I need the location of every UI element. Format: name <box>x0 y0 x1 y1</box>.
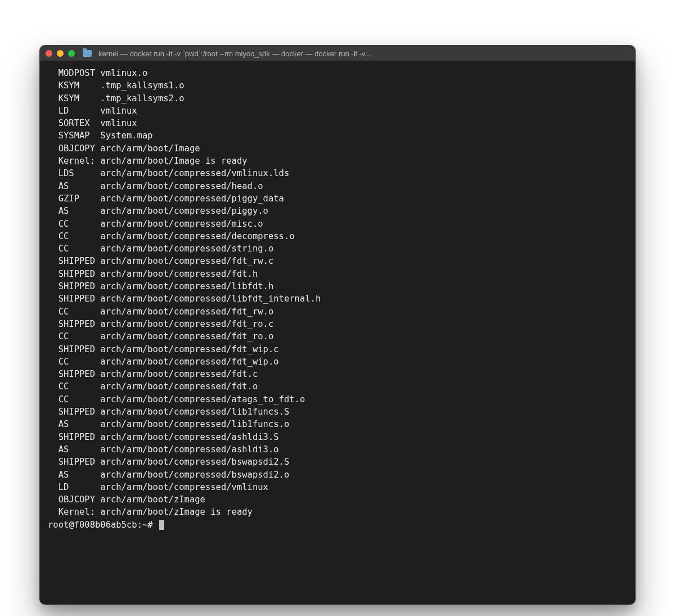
indent <box>48 456 58 468</box>
build-step-path: arch/arm/boot/Image is ready <box>100 156 247 166</box>
output-line: SHIPPEDarch/arm/boot/compressed/fdt_wip.… <box>48 343 627 356</box>
maximize-icon[interactable] <box>68 50 75 57</box>
indent <box>48 493 58 506</box>
build-step-path: arch/arm/boot/compressed/atags_to_fdt.o <box>100 394 305 404</box>
build-step-tag: SHIPPED <box>58 280 101 293</box>
indent <box>48 117 58 129</box>
output-line: MODPOSTvmlinux.o <box>48 67 627 79</box>
output-line: SHIPPEDarch/arm/boot/compressed/libfdt.h <box>48 280 627 293</box>
output-line: CCarch/arm/boot/compressed/atags_to_fdt.… <box>48 393 627 406</box>
build-step-tag: LDS <box>58 167 101 179</box>
indent <box>48 380 58 393</box>
indent <box>48 218 58 230</box>
build-step-path: arch/arm/boot/compressed/piggy_data <box>100 194 284 204</box>
build-step-path: arch/arm/boot/compressed/vmlinux.lds <box>100 168 289 178</box>
output-line: SHIPPEDarch/arm/boot/compressed/fdt.h <box>48 268 627 280</box>
output-line: CCarch/arm/boot/compressed/fdt.o <box>48 380 627 393</box>
indent <box>48 481 58 493</box>
indent <box>48 242 58 255</box>
build-step-path: arch/arm/boot/compressed/fdt_rw.o <box>100 307 273 317</box>
build-step-path: arch/arm/boot/compressed/fdt.c <box>100 369 258 379</box>
indent <box>48 180 58 192</box>
build-step-tag: CC <box>58 356 101 368</box>
output-line: CCarch/arm/boot/compressed/decompress.o <box>48 230 627 242</box>
build-step-path: arch/arm/boot/compressed/fdt.o <box>100 381 258 392</box>
build-step-tag: Kernel: <box>58 506 101 518</box>
build-step-path: arch/arm/boot/compressed/bswapsdi2.o <box>100 470 289 480</box>
indent <box>48 205 58 217</box>
build-step-path: arch/arm/boot/compressed/bswapsdi2.S <box>100 457 289 467</box>
build-step-tag: CC <box>58 218 101 230</box>
build-step-tag: SHIPPED <box>58 406 101 418</box>
minimize-icon[interactable] <box>57 50 64 57</box>
indent <box>48 167 58 179</box>
window-titlebar[interactable]: kernel — docker run -it -v `pwd`:/root -… <box>40 46 635 61</box>
indent <box>48 318 58 330</box>
output-line: ASarch/arm/boot/compressed/piggy.o <box>48 205 627 217</box>
close-icon[interactable] <box>46 50 52 57</box>
output-line: CCarch/arm/boot/compressed/misc.o <box>48 218 627 230</box>
build-step-tag: LD <box>58 105 101 117</box>
build-step-path: arch/arm/boot/compressed/string.o <box>100 244 273 254</box>
folder-icon <box>83 50 92 57</box>
build-step-path: arch/arm/boot/compressed/vmlinux <box>100 482 268 492</box>
output-line: SHIPPEDarch/arm/boot/compressed/fdt_rw.c <box>48 255 627 267</box>
build-step-path: vmlinux.o <box>100 68 147 78</box>
build-step-path: .tmp_kallsyms1.o <box>100 80 184 91</box>
window-title: kernel — docker run -it -v `pwd`:/root -… <box>98 50 629 58</box>
build-step-path: arch/arm/boot/compressed/head.o <box>100 181 263 191</box>
build-step-tag: SHIPPED <box>58 456 101 468</box>
output-line: OBJCOPYarch/arm/boot/Image <box>48 142 627 155</box>
output-line: ASarch/arm/boot/compressed/bswapsdi2.o <box>48 469 627 481</box>
output-line: KSYM.tmp_kallsyms2.o <box>48 92 627 105</box>
indent <box>48 268 58 280</box>
output-line: CCarch/arm/boot/compressed/fdt_wip.o <box>48 356 627 368</box>
indent <box>48 330 58 343</box>
build-step-path: arch/arm/boot/compressed/fdt_wip.c <box>100 344 278 354</box>
output-line: CCarch/arm/boot/compressed/fdt_ro.o <box>48 330 627 343</box>
indent <box>48 368 58 380</box>
terminal-output[interactable]: MODPOSTvmlinux.o KSYM.tmp_kallsyms1.o KS… <box>40 61 635 604</box>
build-step-path: arch/arm/boot/compressed/fdt_ro.o <box>100 331 273 341</box>
indent <box>48 293 58 305</box>
output-line: OBJCOPYarch/arm/boot/zImage <box>48 493 627 506</box>
output-line: SHIPPEDarch/arm/boot/compressed/lib1func… <box>48 406 627 418</box>
output-line: SHIPPEDarch/arm/boot/compressed/bswapsdi… <box>48 456 627 468</box>
output-line: GZIParch/arm/boot/compressed/piggy_data <box>48 192 627 205</box>
output-line: ASarch/arm/boot/compressed/ashldi3.o <box>48 443 627 456</box>
build-step-tag: AS <box>58 443 101 456</box>
terminal-window: kernel — docker run -it -v `pwd`:/root -… <box>39 45 636 605</box>
indent <box>48 142 58 155</box>
build-step-tag: KSYM <box>58 79 101 92</box>
build-step-path: arch/arm/boot/compressed/fdt_ro.c <box>100 319 273 329</box>
build-step-tag: AS <box>58 418 101 430</box>
build-step-tag: SHIPPED <box>58 343 101 356</box>
build-step-path: arch/arm/boot/compressed/libfdt.h <box>100 281 273 291</box>
build-step-tag: CC <box>58 330 101 343</box>
build-step-tag: CC <box>58 393 101 406</box>
build-step-tag: SHIPPED <box>58 431 101 443</box>
indent <box>48 155 58 167</box>
indent <box>48 105 58 117</box>
build-step-tag: OBJCOPY <box>58 142 101 155</box>
output-line: ASarch/arm/boot/compressed/lib1funcs.o <box>48 418 627 430</box>
output-line: LDvmlinux <box>48 105 627 117</box>
build-step-tag: Kernel: <box>58 155 101 167</box>
build-step-path: arch/arm/boot/compressed/misc.o <box>100 219 263 229</box>
build-step-tag: SYSMAP <box>58 129 101 142</box>
build-step-tag: MODPOST <box>58 67 101 79</box>
output-line: Kernel:arch/arm/boot/zImage is ready <box>48 506 627 518</box>
build-step-tag: KSYM <box>58 92 101 105</box>
build-step-tag: SHIPPED <box>58 293 101 305</box>
build-step-path: arch/arm/boot/compressed/fdt.h <box>100 269 258 279</box>
build-step-tag: LD <box>58 481 101 493</box>
indent <box>48 192 58 205</box>
build-step-path: arch/arm/boot/zImage <box>100 494 205 505</box>
output-line: CCarch/arm/boot/compressed/string.o <box>48 242 627 255</box>
indent <box>48 443 58 456</box>
shell-prompt-line[interactable]: root@f008b06ab5cb:~# <box>48 519 627 531</box>
output-line: KSYM.tmp_kallsyms1.o <box>48 79 627 92</box>
output-line: Kernel:arch/arm/boot/Image is ready <box>48 155 627 167</box>
indent <box>48 393 58 406</box>
indent <box>48 280 58 293</box>
